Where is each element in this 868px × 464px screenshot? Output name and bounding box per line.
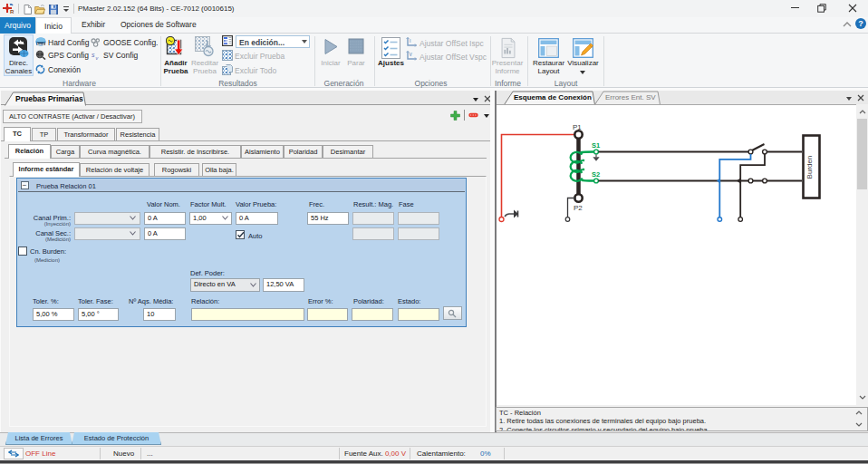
svg-text:P1: P1 xyxy=(573,123,582,131)
svg-text:Burden: Burden xyxy=(805,156,814,179)
svg-text:v: v xyxy=(96,55,100,61)
svg-text:S2: S2 xyxy=(592,170,600,179)
svg-text:R: R xyxy=(10,9,14,14)
svg-text:s: s xyxy=(92,52,95,58)
svg-text:S1: S1 xyxy=(592,141,600,150)
svg-text:P2: P2 xyxy=(574,204,583,212)
svg-text:V: V xyxy=(410,52,413,57)
svg-text:hard: hard xyxy=(37,42,45,46)
svg-text:I: I xyxy=(410,38,411,44)
